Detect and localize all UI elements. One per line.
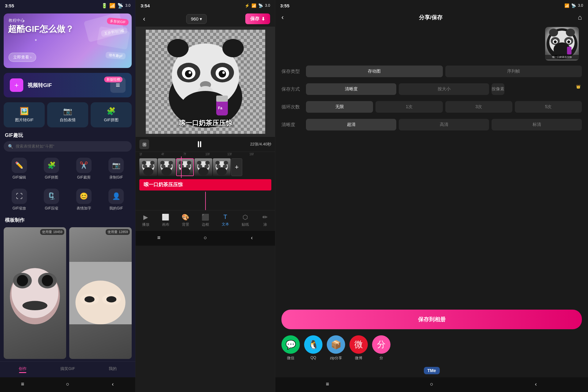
p2-frame-5[interactable] [213,158,231,176]
p1-nav-funny[interactable]: 搞笑GIF [45,362,90,377]
p2-tool-sticker[interactable]: ⬡ 贴纸 [235,210,255,231]
p1-banner-title: 超酷GIF怎么做？ [8,24,74,34]
p1-grid-scale[interactable]: ⛶ GIF缩放 [4,185,35,215]
p2-add-frame-btn[interactable]: + [231,158,242,176]
p2-tool-paint[interactable]: ✏ 涂 [255,210,275,231]
p1-video-to-gif[interactable]: ＋ 视频转GIF 新版吐槽 ≡ [4,73,132,97]
p3-share-qq[interactable]: 🐧 QQ [304,335,322,361]
p3-menu-btn[interactable]: ≡ [323,380,332,388]
p3-save-method-label: 保存方式 [281,86,306,92]
p2-frame-1[interactable] [139,158,157,176]
p2-tool-canvas[interactable]: ⬜ 画布 [156,210,175,231]
p3-quality-sd[interactable]: 标清 [492,119,582,130]
p3-tme-area: TMe [275,364,588,377]
p1-nav-create[interactable]: 创作 [0,362,45,377]
p3-quality-label: 清晰度 [281,122,306,128]
p2-home-btn[interactable]: ○ [201,233,209,242]
p2-resolution-button[interactable]: 960 ▾ [186,14,207,24]
p3-save-to-album-btn[interactable]: 保存到相册 [281,310,582,329]
p1-nav-create-label: 创作 [19,366,27,371]
p2-grid-button[interactable]: ⊞ [139,139,149,149]
p3-save-type-gif[interactable]: 存动图 [306,66,443,77]
p1-btn-img-gif[interactable]: 🖼️ 图片转GIF [4,102,45,127]
p3-save-type-seq[interactable]: 序列帧 [445,66,582,77]
p3-home-btn[interactable]: ○ [427,380,436,388]
p3-signal-icon: 📶 [564,3,569,8]
p2-tool-text[interactable]: T 文本 [215,210,235,231]
svg-point-70 [567,40,570,43]
p1-grid-crop[interactable]: ✂️ GIF裁剪 [68,154,100,184]
p3-loop-unlimited[interactable]: 无限 [306,101,373,113]
p2-frame-2[interactable] [158,158,175,176]
p2-panda-svg: Fa [160,36,251,128]
p3-loop-3[interactable]: 3次 [445,101,512,113]
p3-loop-1[interactable]: 1次 [375,101,443,113]
p1-collage-icon: 🧩 [107,107,116,115]
p3-share-wechat[interactable]: 💬 微信 [281,335,300,361]
p1-template-card-2[interactable]: 使用量 12859 [69,227,132,359]
svg-text:Fa: Fa [218,106,222,110]
p1-grid-caption[interactable]: 😊 表情加字 [68,185,100,215]
p2-menu-btn[interactable]: ≡ [155,233,163,242]
p3-home-button[interactable]: ⌂ [578,13,582,21]
p2-tool-play[interactable]: ▶ 播放 [136,210,156,231]
p1-search-bar[interactable]: 🔍 搜索表情素材如"斗图" [4,141,132,152]
p1-banner-button[interactable]: 立即查看 › [9,53,36,62]
p3-save-method-row: 保存方式 清晰度 按大小 按像素 👑 [281,83,582,95]
p2-tool-bg[interactable]: 🎨 背景 [175,210,195,231]
p3-back-btn[interactable]: ‹ [532,380,540,388]
p1-banner[interactable]: ✦ ✦ ✦ 教程中心 超酷GIF怎么做？ 立即查看 › 多形状GIF 五步学习门… [4,13,132,68]
p1-nav-indicator [19,372,26,373]
p3-quality-hd[interactable]: 高清 [399,119,489,130]
p2-sticker-label: 贴纸 [242,222,249,227]
p1-search-placeholder: 搜索表情素材如"斗图" [16,144,54,149]
p1-vgif-icon-sym: ≡ [116,81,120,89]
p1-menu-btn[interactable]: ≡ [18,380,27,388]
p1-grid-compress[interactable]: 🗜️ GIF压缩 [36,185,67,215]
p2-tool-border[interactable]: ⬛ 边框 [195,210,215,231]
svg-point-33 [150,161,154,165]
p1-edit-label: GIF编辑 [13,175,26,180]
signal-icon: 📶 [109,3,115,9]
p2-frame-4[interactable] [194,158,212,176]
p2-border-icon: ⬛ [202,213,209,221]
p3-share-weibo[interactable]: 微 微博 [349,335,368,361]
p2-caption-bar[interactable]: 嗦一口奶茶压压惊 [139,179,271,190]
p2-frame-3[interactable] [176,158,194,176]
p2-pause-icon[interactable] [198,141,201,147]
p1-banner-label: 教程中心 [9,18,24,23]
panel-share: 3:55 📶 📡 3.0 ‹ 分享/保存 ⌂ [275,0,588,392]
p3-loop-5[interactable]: 5次 [515,101,582,113]
p1-btn-collage[interactable]: 🧩 GIF拼图 [91,102,132,127]
p1-video-gif-icon: ＋ [10,78,23,92]
p2-save-button[interactable]: 保存 ⬇ [245,13,270,24]
p1-grid-collage[interactable]: 🧩 GIF拼图 [36,154,67,184]
p3-method-quality[interactable]: 清晰度 [306,83,396,95]
p1-scale-icon: ⛶ [12,189,27,204]
p2-back-btn[interactable]: ‹ [247,233,256,242]
p2-back-button[interactable]: ‹ [141,14,148,24]
p2-save-label: 保存 [250,16,259,22]
p3-method-size[interactable]: 按大小 [399,83,489,95]
p1-grid-edit[interactable]: ✏️ GIF编辑 [4,154,35,184]
p3-share-zip[interactable]: 📦 zip分享 [327,335,345,361]
p3-share-more[interactable]: 分 分 [372,335,390,361]
p3-quality-ultra[interactable]: 超清 [306,119,396,130]
p1-btn-selfie[interactable]: 📷 自拍表情 [47,102,88,127]
p3-back-button[interactable]: ‹ [281,13,284,21]
p1-template-card-1[interactable]: 使用量 18459 [4,227,66,359]
p1-back-btn[interactable]: ‹ [108,380,117,388]
p1-mygif-icon: 👤 [108,189,124,204]
p3-loop-row: 循环次数 无限 1次 3次 5次 [281,101,582,113]
svg-point-38 [160,161,164,165]
p1-face-svg-2 [69,227,132,359]
p1-home-btn[interactable]: ○ [63,380,72,388]
p3-method-pixel[interactable]: 按像素 [492,83,504,95]
p1-grid-record[interactable]: 📷 录制GIF [101,154,132,184]
p1-nav-mine[interactable]: 我的 [90,362,135,377]
svg-point-12 [106,296,116,302]
p2-checkerboard: Fa 嗦一口奶茶压压惊 [146,30,265,134]
p1-grid-mygif[interactable]: 👤 我的GIF [101,185,132,215]
p1-banner-badge3: 做有趣gif [106,52,126,59]
p3-status-bar: 3:55 📶 📡 3.0 [275,0,588,11]
